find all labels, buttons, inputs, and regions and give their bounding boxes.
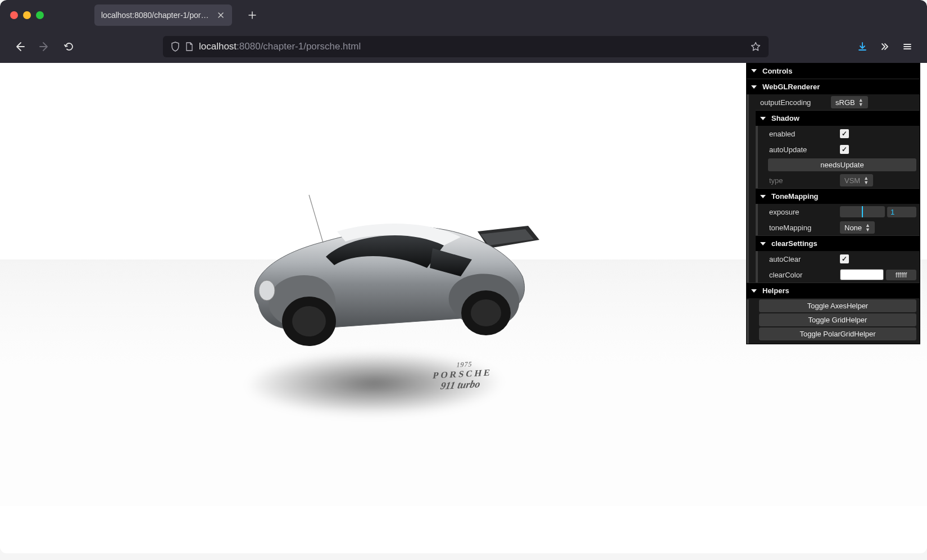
page-icon — [185, 42, 193, 51]
checkbox-shadow-autoupdate[interactable]: ✓ — [840, 145, 849, 154]
control-label: enabled — [769, 130, 837, 138]
button-label: Toggle AxesHelper — [807, 302, 868, 310]
control-label: autoUpdate — [769, 145, 837, 154]
folder-label: Shadow — [771, 114, 799, 122]
menu-button[interactable] — [898, 37, 917, 56]
address-bar: localhost:8080/chapter-1/porsche.html — [0, 30, 927, 63]
chevron-down-icon — [751, 69, 757, 72]
number-exposure[interactable]: 1 — [887, 207, 916, 217]
close-icon — [217, 12, 224, 19]
button-toggle-polargridhelper[interactable]: Toggle PolarGridHelper — [759, 327, 916, 340]
maximize-window-button[interactable] — [36, 11, 44, 19]
row-autoclear: autoClear ✓ — [765, 251, 920, 267]
select-outputencoding[interactable]: sRGB ▲▼ — [831, 96, 868, 108]
select-tonemapping[interactable]: None ▲▼ — [840, 221, 875, 234]
new-tab-button[interactable] — [243, 6, 261, 24]
overflow-button[interactable] — [875, 37, 894, 56]
checkbox-autoclear[interactable]: ✓ — [840, 254, 849, 263]
button-label: needsUpdate — [820, 161, 864, 169]
hamburger-icon — [902, 42, 912, 52]
close-tab-button[interactable] — [216, 11, 225, 20]
arrow-right-icon — [39, 41, 50, 52]
downloads-button[interactable] — [853, 37, 872, 56]
row-outputencoding: outputEncoding sRGB ▲▼ — [756, 94, 920, 110]
hex-value: ffffff — [896, 271, 907, 279]
folder-label: ToneMapping — [771, 192, 819, 201]
plus-icon — [248, 11, 256, 19]
forward-button[interactable] — [35, 37, 54, 56]
button-label: Toggle GridHelper — [808, 316, 867, 324]
url-input[interactable]: localhost:8080/chapter-1/porsche.html — [163, 36, 769, 57]
folder-shadow[interactable]: Shadow — [756, 110, 920, 126]
checkbox-shadow-enabled[interactable]: ✓ — [840, 129, 849, 138]
color-hex-clearcolor[interactable]: ffffff — [886, 270, 916, 280]
row-clearcolor: clearColor ffffff — [765, 267, 920, 283]
gui-title-label: Controls — [762, 67, 792, 75]
button-toggle-gridhelper[interactable]: Toggle GridHelper — [759, 313, 916, 326]
minimize-window-button[interactable] — [23, 11, 31, 19]
row-shadow-enabled: enabled ✓ — [765, 126, 920, 142]
arrow-left-icon — [14, 41, 25, 52]
svg-line-5 — [309, 195, 323, 243]
tab-title: localhost:8080/chapter-1/porsche.h — [101, 11, 211, 20]
number-value: 1 — [890, 208, 894, 216]
back-button[interactable] — [10, 37, 29, 56]
star-icon — [751, 42, 761, 52]
reload-icon — [64, 42, 74, 52]
select-arrows-icon: ▲▼ — [865, 223, 870, 232]
select-arrows-icon: ▲▼ — [858, 98, 864, 107]
reload-button[interactable] — [60, 37, 79, 56]
url-host: localhost — [199, 41, 237, 52]
svg-point-1 — [292, 306, 326, 336]
folder-clearsettings[interactable]: clearSettings — [756, 235, 920, 251]
svg-point-3 — [471, 299, 501, 326]
select-value: sRGB — [835, 98, 855, 107]
close-window-button[interactable] — [10, 11, 18, 19]
bookmark-button[interactable] — [751, 42, 761, 52]
page-content: 1975 PORSCHE 911 turbo Controls WebGLRen… — [0, 63, 927, 553]
control-label: type — [769, 176, 837, 185]
control-label: clearColor — [769, 271, 837, 279]
svg-point-4 — [259, 280, 275, 301]
select-shadow-type[interactable]: VSM ▲▼ — [840, 174, 873, 186]
chevron-down-icon — [760, 195, 766, 198]
row-shadow-type: type VSM ▲▼ — [765, 172, 920, 188]
url-path: :8080/chapter-1/porsche.html — [237, 41, 361, 52]
chevron-down-icon — [751, 85, 757, 89]
button-needsupdate[interactable]: needsUpdate — [768, 158, 916, 171]
row-shadow-autoupdate: autoUpdate ✓ — [765, 142, 920, 157]
select-value: None — [844, 224, 862, 232]
browser-tab[interactable]: localhost:8080/chapter-1/porsche.h — [94, 4, 232, 26]
control-label: autoClear — [769, 255, 837, 263]
folder-label: Helpers — [762, 286, 789, 295]
control-label: outputEncoding — [760, 98, 828, 107]
folder-helpers[interactable]: Helpers — [747, 283, 920, 298]
select-arrows-icon: ▲▼ — [864, 176, 869, 185]
gui-title-controls[interactable]: Controls — [747, 63, 920, 79]
control-label: toneMapping — [769, 224, 837, 232]
window-controls — [10, 11, 44, 19]
folder-webglrenderer[interactable]: WebGLRenderer — [747, 79, 920, 94]
browser-chrome: localhost:8080/chapter-1/porsche.h — [0, 0, 927, 63]
chevron-double-right-icon — [880, 42, 890, 52]
row-exposure: exposure 1 — [765, 204, 920, 220]
car-model — [236, 192, 562, 361]
color-swatch-clearcolor[interactable] — [840, 269, 884, 280]
button-label: Toggle PolarGridHelper — [799, 330, 875, 338]
chevron-down-icon — [751, 289, 757, 293]
button-toggle-axeshelper[interactable]: Toggle AxesHelper — [759, 299, 916, 312]
url-text: localhost:8080/chapter-1/porsche.html — [199, 41, 361, 52]
folder-label: clearSettings — [771, 239, 817, 248]
download-icon — [857, 42, 867, 52]
select-value: VSM — [844, 176, 860, 185]
slider-fill — [862, 206, 863, 217]
shield-icon — [171, 42, 180, 52]
chevron-down-icon — [760, 242, 766, 245]
slider-exposure[interactable] — [840, 206, 885, 217]
row-tonemapping: toneMapping None ▲▼ — [765, 220, 920, 235]
folder-tonemapping[interactable]: ToneMapping — [756, 188, 920, 204]
tab-bar: localhost:8080/chapter-1/porsche.h — [0, 0, 927, 30]
floor-text: 1975 PORSCHE 911 turbo — [430, 359, 495, 393]
gui-panel: Controls WebGLRenderer outputEncoding sR… — [746, 63, 920, 344]
folder-label: WebGLRenderer — [762, 83, 820, 91]
